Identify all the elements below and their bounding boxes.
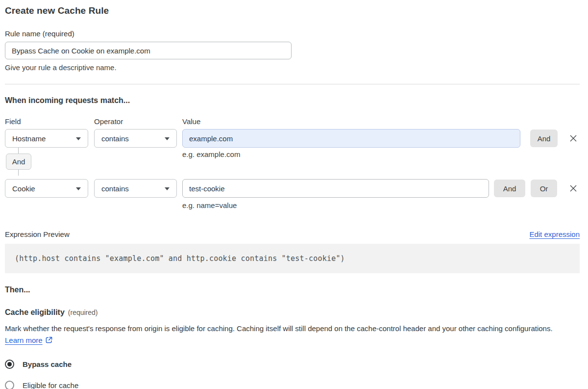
cache-eligibility-title: Cache eligibility <box>5 308 65 316</box>
chevron-down-icon <box>165 137 170 140</box>
required-note: (required) <box>68 309 98 316</box>
close-icon <box>569 184 578 193</box>
chevron-down-icon <box>76 187 81 190</box>
condition-column-labels: Field Operator Value <box>5 117 580 126</box>
radio-option-bypass-cache[interactable]: Bypass cache <box>5 360 580 369</box>
chevron-down-icon <box>165 187 170 190</box>
field-select[interactable]: Hostname <box>5 129 88 148</box>
and-connector-button[interactable]: And <box>6 154 31 170</box>
operator-select[interactable]: contains <box>94 179 177 198</box>
expression-preview-code: (http.host contains "example.com" and ht… <box>5 244 580 273</box>
value-helper: e.g. example.com <box>182 150 240 158</box>
operator-select-value: contains <box>101 184 129 193</box>
field-column-label: Field <box>5 117 94 126</box>
remove-condition-button[interactable] <box>568 133 579 144</box>
field-select-value: Hostname <box>12 134 46 143</box>
expression-preview-header: Expression Preview Edit expression <box>5 230 580 238</box>
connector-zone: And e.g. example.com <box>5 148 580 176</box>
close-icon <box>569 134 578 143</box>
cache-eligibility-description: Mark whether the request's response from… <box>5 323 573 347</box>
radio-label: Bypass cache <box>23 360 72 368</box>
condition-row: Cookie contains And Or <box>5 179 580 198</box>
rule-name-input[interactable] <box>5 42 292 59</box>
field-select[interactable]: Cookie <box>5 179 88 198</box>
value-input[interactable] <box>182 179 489 198</box>
learn-more-link[interactable]: Learn more <box>5 336 43 344</box>
or-button[interactable]: Or <box>531 180 557 197</box>
rule-name-helper: Give your rule a descriptive name. <box>5 63 580 72</box>
chevron-down-icon <box>76 137 81 140</box>
radio-button-selected-icon[interactable] <box>5 360 14 369</box>
connector-line <box>18 148 19 154</box>
expression-preview-label: Expression Preview <box>5 230 70 238</box>
then-heading: Then... <box>5 285 580 294</box>
and-button[interactable]: And <box>494 180 525 197</box>
section-divider <box>5 84 580 84</box>
operator-column-label: Operator <box>94 117 182 126</box>
edit-expression-link[interactable]: Edit expression <box>529 230 580 238</box>
value-column-label: Value <box>182 117 200 126</box>
connector-line <box>18 170 19 176</box>
external-link-icon <box>45 336 53 347</box>
and-button[interactable]: And <box>530 130 558 147</box>
operator-select[interactable]: contains <box>94 129 177 148</box>
value-helper: e.g. name=value <box>182 201 580 209</box>
condition-row: Hostname contains And <box>5 129 580 148</box>
match-heading: When incoming requests match... <box>5 96 580 105</box>
rule-name-label: Rule name (required) <box>5 29 580 38</box>
radio-label: Eligible for cache <box>23 381 78 389</box>
operator-select-value: contains <box>101 134 129 143</box>
radio-option-eligible-for-cache[interactable]: Eligible for cache <box>5 381 580 389</box>
radio-button-unselected-icon[interactable] <box>5 381 14 389</box>
value-input[interactable] <box>182 129 520 148</box>
field-select-value: Cookie <box>12 184 35 193</box>
cache-eligibility-heading: Cache eligibility(required) <box>5 308 580 317</box>
create-cache-rule-page: Create new Cache Rule Rule name (require… <box>0 0 588 389</box>
remove-condition-button[interactable] <box>568 183 579 194</box>
page-title: Create new Cache Rule <box>5 5 580 16</box>
